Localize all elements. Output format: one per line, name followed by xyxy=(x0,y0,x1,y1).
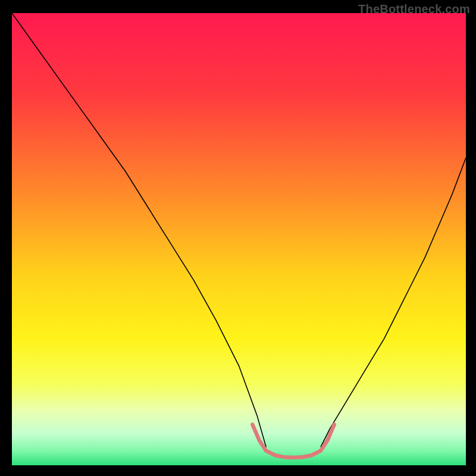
watermark-text: TheBottleneck.com xyxy=(358,2,470,16)
gradient-background xyxy=(12,13,466,465)
chart-frame: TheBottleneck.com xyxy=(0,0,476,476)
plot-area xyxy=(12,13,466,465)
chart-svg xyxy=(12,13,466,465)
